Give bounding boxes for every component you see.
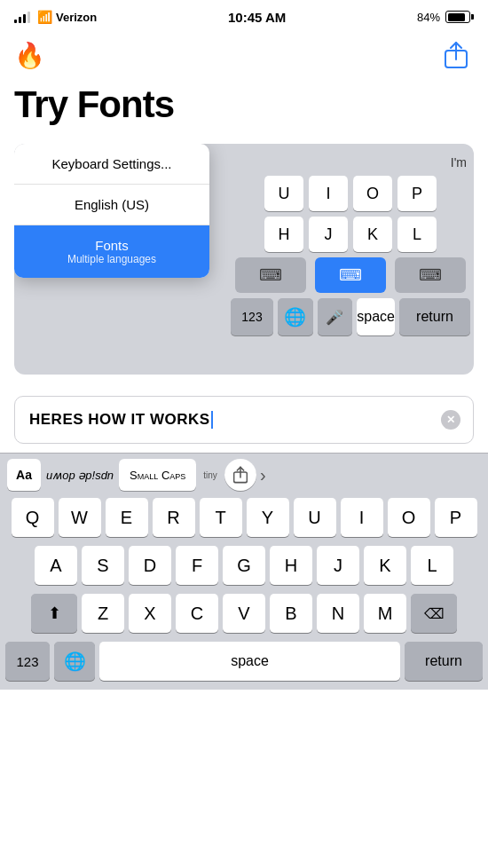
text-input-section: HERES HOW IT WORKS ✕ [14,396,474,444]
key-I2[interactable]: I [341,498,383,537]
key-A[interactable]: A [35,546,77,585]
key-Y[interactable]: Y [247,498,289,537]
key-O2[interactable]: O [388,498,430,537]
kb-type-right[interactable]: ⌨ [395,257,466,293]
main-kb-123-button[interactable]: 123 [5,642,50,681]
key-D[interactable]: D [129,546,171,585]
key-P[interactable]: P [397,176,437,211]
custom-kb-share-button[interactable] [224,459,256,491]
key-Q[interactable]: Q [12,498,54,537]
dropdown-item-english-us[interactable]: English (US) [14,185,209,225]
mini-kb-return-button[interactable]: return [399,298,470,335]
key-M2[interactable]: M [364,594,406,633]
key-K2[interactable]: K [364,546,406,585]
key-U2[interactable]: U [294,498,336,537]
mini-kb-bottom-row: 123 🌐 🎤 space return [227,298,474,343]
app-logo: 🔥 [14,41,45,70]
share-button[interactable] [438,37,474,73]
text-input-value: HERES HOW IT WORKS [29,411,210,429]
kb-suggestion-row: I'm [227,149,474,176]
mkb-row-2: A S D F G H J K L [5,546,483,585]
kb-type-center[interactable]: ⌨ [315,257,386,293]
key-H[interactable]: H [264,217,303,252]
key-P2[interactable]: P [435,498,477,537]
key-V[interactable]: V [223,594,265,633]
signal-icon [14,11,30,23]
mkb-row-3: ⬆ Z X C V B N M ⌫ [5,594,483,633]
key-R[interactable]: R [153,498,195,537]
key-U[interactable]: U [264,176,303,211]
shift-button[interactable]: ⬆ [31,594,77,633]
mini-kb-mic-button[interactable]: 🎤 [318,298,353,335]
text-cursor [211,411,213,429]
key-K[interactable]: K [353,217,392,252]
font-selector-button[interactable]: Aa [7,459,41,491]
key-Z[interactable]: Z [82,594,124,633]
key-J2[interactable]: J [317,546,359,585]
key-E[interactable]: E [106,498,148,537]
status-time: 10:45 AM [228,10,286,25]
key-L[interactable]: L [397,217,437,252]
battery-percent: 84% [417,11,440,24]
mini-kb-space-button[interactable]: space [357,298,395,335]
kb-row-2: H J K L [227,217,474,252]
text-input-box[interactable]: HERES HOW IT WORKS ✕ [14,396,474,444]
main-kb-globe-button[interactable]: 🌐 [54,642,95,681]
custom-kb-options-row: Aa uʍop əp!sdn Small Caps tiny › [0,454,488,494]
top-nav: 🔥 [0,32,488,80]
kb-icon-right: ⌨ [419,265,442,285]
main-kb: Q W E R T Y U I O P A S D F G H J K L ⬆ … [0,494,488,633]
key-S[interactable]: S [82,546,124,585]
kb-type-switcher: ⌨ ⌨ ⌨ [227,257,474,293]
key-J[interactable]: J [309,217,348,252]
key-W[interactable]: W [59,498,101,537]
wifi-icon: 📶 [37,10,52,24]
mkb-row-1: Q W E R T Y U I O P [5,498,483,537]
status-left: 📶 Verizon [14,10,97,24]
tiny-label: tiny [203,470,217,480]
key-C[interactable]: C [176,594,218,633]
dropdown-item-keyboard-settings[interactable]: Keyboard Settings... [14,144,209,185]
key-F[interactable]: F [176,546,218,585]
status-right: 84% [417,11,474,24]
key-B2[interactable]: B [270,594,312,633]
delete-button[interactable]: ⌫ [411,594,457,633]
mini-kb-123-button[interactable]: 123 [231,298,273,335]
kb-icon-center: ⌨ [339,265,362,285]
upside-down-option[interactable]: uʍop əp!sdn [46,469,114,482]
mkb-bottom-row: 123 🌐 space return [0,642,488,690]
small-caps-option[interactable]: Small Caps [119,459,196,491]
kb-icon-left: ⌨ [259,265,282,285]
keyboard-switcher-area: Keyboard Settings... English (US) Fonts … [14,144,474,375]
key-H2[interactable]: H [270,546,312,585]
key-G[interactable]: G [223,546,265,585]
page-title: Try Fonts [0,80,488,144]
kb-type-left[interactable]: ⌨ [235,257,306,293]
mini-kb-globe-button[interactable]: 🌐 [278,298,313,335]
custom-keyboard: Aa uʍop əp!sdn Small Caps tiny › Q W E R… [0,453,488,690]
clear-input-button[interactable]: ✕ [441,410,460,430]
custom-kb-more-button[interactable]: › [260,465,266,485]
key-N2[interactable]: N [317,594,359,633]
key-O[interactable]: O [353,176,392,211]
dropdown-item-fonts[interactable]: Fonts Multiple languages [14,225,209,278]
carrier-label: Verizon [56,11,97,24]
main-kb-return-button[interactable]: return [405,642,483,681]
battery-icon [445,11,474,23]
main-kb-space-button[interactable]: space [99,642,400,681]
kb-row-1: U I O P [227,176,474,211]
key-T[interactable]: T [200,498,242,537]
key-X[interactable]: X [129,594,171,633]
keyboard-dropdown[interactable]: Keyboard Settings... English (US) Fonts … [14,144,209,278]
key-L2[interactable]: L [411,546,453,585]
key-I[interactable]: I [309,176,348,211]
status-bar: 📶 Verizon 10:45 AM 84% [0,0,488,32]
